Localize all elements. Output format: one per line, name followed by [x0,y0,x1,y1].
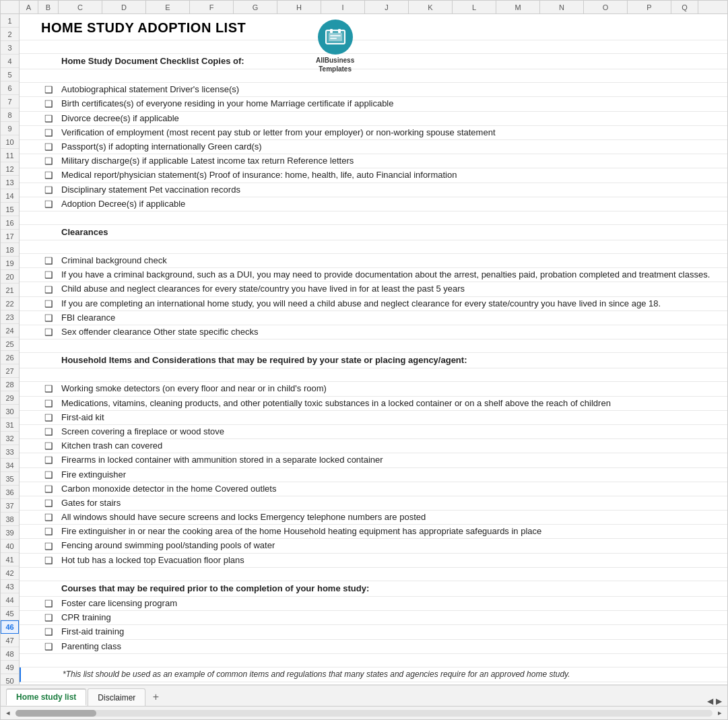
checkbox-icon[interactable]: ❑ [44,113,53,124]
cell-b-29[interactable]: ❑ [38,426,59,437]
row-num-49: 49 [1,661,19,674]
checkbox-icon[interactable]: ❑ [44,185,53,195]
checkbox-icon[interactable]: ❑ [44,626,53,637]
checkbox-icon[interactable]: ❑ [44,199,53,209]
cell-b-19[interactable]: ❑ [38,284,59,295]
tab-disclaimer[interactable]: Disclaimer [88,688,145,706]
table-row: ❑Fencing around swimming pool/standing p… [20,539,727,553]
cell-b-30[interactable]: ❑ [38,440,59,451]
checkbox-icon[interactable]: ❑ [44,440,53,451]
checkbox-icon[interactable]: ❑ [44,484,53,494]
row-num-16: 16 [1,216,19,230]
table-row: ❑If you have a criminal background, such… [20,268,727,282]
horizontal-scrollbar[interactable] [15,710,713,717]
scroll-controls: ◀ ▶ [707,696,727,706]
cell-b-6[interactable]: ❑ [38,98,59,109]
scroll-arrow-right[interactable]: ▸ [718,709,722,717]
cell-b-8[interactable]: ❑ [38,127,59,138]
cell-b-5[interactable]: ❑ [38,84,59,95]
cell-b-10[interactable]: ❑ [38,156,59,166]
list-item: Screen covering a fireplace or wood stov… [59,425,727,438]
checkbox-icon[interactable]: ❑ [44,269,53,280]
scroll-arrow-left[interactable]: ◂ [6,709,10,717]
checkbox-icon[interactable]: ❑ [44,541,53,552]
tab-bar: Home study list Disclaimer + ◀ ▶ [1,684,727,706]
add-tab-button[interactable]: + [147,688,164,706]
cell-b-9[interactable]: ❑ [38,141,59,152]
checkbox-icon[interactable]: ❑ [44,469,53,480]
cell-b-12[interactable]: ❑ [38,185,59,195]
list-item: Working smoke detectors (on every floor … [59,382,727,395]
row-num-50: 50 [1,674,19,684]
checkbox-icon[interactable]: ❑ [44,455,53,465]
row-num-25: 25 [1,337,19,351]
list-item: Medications, vitamins, cleaning products… [59,397,727,410]
list-item: Kitchen trash can covered [59,439,727,453]
cell-b-34[interactable]: ❑ [38,498,59,509]
cell-b-35[interactable]: ❑ [38,512,59,523]
checkbox-icon[interactable]: ❑ [44,641,53,652]
list-item: Hot tub has a locked top Evacuation floo… [59,554,727,567]
cell-b-36[interactable]: ❑ [38,526,59,537]
scroll-left-icon[interactable]: ◀ [707,696,713,706]
checkbox-icon[interactable]: ❑ [44,98,53,109]
cell-b-22[interactable]: ❑ [38,327,59,337]
tab-home-study-list[interactable]: Home study list [6,688,86,706]
checkbox-icon[interactable]: ❑ [44,156,53,166]
checkbox-icon[interactable]: ❑ [44,284,53,295]
cell-b-27[interactable]: ❑ [38,398,59,409]
cell-b-11[interactable]: ❑ [38,170,59,181]
cell-b-32[interactable]: ❑ [38,469,59,480]
cell-b-18[interactable]: ❑ [38,269,59,280]
checkbox-icon[interactable]: ❑ [44,383,53,394]
cell-b-13[interactable]: ❑ [38,199,59,209]
checkbox-icon[interactable]: ❑ [44,498,53,509]
cell-b-7[interactable]: ❑ [38,113,59,124]
cell-b-26[interactable]: ❑ [38,383,59,394]
cell-b-20[interactable]: ❑ [38,298,59,309]
col-header-p: P [628,1,671,14]
scroll-right-icon[interactable]: ▶ [716,696,722,706]
col-header-o: O [584,1,628,14]
checkbox-icon[interactable]: ❑ [44,612,53,623]
cell-b-43[interactable]: ❑ [38,626,59,637]
row-num-17: 17 [1,230,19,243]
row-num-40: 40 [1,539,19,553]
row-num-2: 2 [1,28,19,41]
grid-content: HOME STUDY ADOPTION LISTHome Study Docum… [20,14,727,684]
table-row: ❑Fire extinguisher in or near the cookin… [20,525,727,539]
row-num-9: 9 [1,122,19,135]
checkbox-icon[interactable]: ❑ [44,512,53,523]
checkbox-icon[interactable]: ❑ [44,84,53,95]
cell-b-42[interactable]: ❑ [38,612,59,623]
table-row: ❑If you are completing an international … [20,297,727,311]
checkbox-icon[interactable]: ❑ [44,555,53,566]
cell-b-31[interactable]: ❑ [38,455,59,465]
cell-b-37[interactable]: ❑ [38,541,59,552]
checkbox-icon[interactable]: ❑ [44,255,53,266]
checkbox-icon[interactable]: ❑ [44,412,53,423]
cell-b-21[interactable]: ❑ [38,313,59,323]
checkbox-icon[interactable]: ❑ [44,141,53,152]
cell-b-33[interactable]: ❑ [38,484,59,494]
cell-b-44[interactable]: ❑ [38,641,59,652]
checkbox-icon[interactable]: ❑ [44,127,53,138]
table-row: ❑Adoption Decree(s) if applicable [20,197,727,211]
checkbox-icon[interactable]: ❑ [44,170,53,181]
checkbox-icon[interactable]: ❑ [44,398,53,409]
row-num-20: 20 [1,270,19,284]
empty-cell [59,346,727,347]
row-num-46: 46 [1,620,19,634]
table-row [20,654,727,667]
checkbox-icon[interactable]: ❑ [44,426,53,437]
cell-b-17[interactable]: ❑ [38,255,59,266]
checkbox-icon[interactable]: ❑ [44,598,53,609]
checkbox-icon[interactable]: ❑ [44,327,53,337]
checkbox-icon[interactable]: ❑ [44,313,53,323]
list-item: Sex offender clearance Other state speci… [59,325,727,339]
cell-b-28[interactable]: ❑ [38,412,59,423]
checkbox-icon[interactable]: ❑ [44,526,53,537]
cell-b-38[interactable]: ❑ [38,555,59,566]
cell-b-41[interactable]: ❑ [38,598,59,609]
checkbox-icon[interactable]: ❑ [44,298,53,309]
